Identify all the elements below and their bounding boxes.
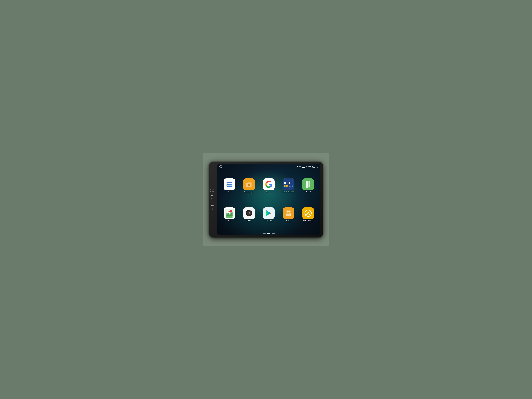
- svg-point-36: [289, 215, 290, 216]
- google-icon: [263, 178, 275, 190]
- page-dots: [217, 233, 320, 234]
- svg-text:next: next: [290, 185, 293, 187]
- svg-point-37: [290, 215, 291, 216]
- car-head-unit: MIC RST ⏻ ⌂ ↩ ◄+ ◄: [209, 162, 323, 237]
- dot-1[interactable]: [262, 233, 266, 234]
- screen: ⌄⌄ ✱ ◎ ▄▄▄ 13:56 ◁: [217, 164, 320, 235]
- svg-text:primo: primo: [284, 185, 290, 187]
- status-bar: ⌄⌄ ✱ ◎ ▄▄▄ 13:56 ◁: [217, 164, 320, 169]
- svg-point-28: [286, 214, 286, 215]
- svg-point-23: [250, 210, 251, 211]
- svg-rect-3: [226, 183, 227, 184]
- svg-rect-4: [226, 185, 227, 186]
- app-dsp[interactable]: DSP: [220, 172, 239, 200]
- svg-point-32: [290, 214, 291, 215]
- recents-icon[interactable]: [312, 166, 315, 168]
- file-manager-icon: [243, 178, 255, 190]
- svg-rect-1: [227, 184, 232, 185]
- app-maps[interactable]: Maps: [220, 201, 239, 228]
- device-body: MIC RST ⏻ ⌂ ↩ ◄+ ◄: [209, 162, 323, 237]
- vol-down-button[interactable]: ◄: [211, 208, 213, 210]
- music-label: Music: [247, 220, 251, 222]
- svg-point-48: [308, 213, 309, 214]
- mic-label: MIC: [210, 189, 214, 190]
- manual-icon: [302, 178, 314, 190]
- svg-point-39: [287, 213, 288, 214]
- play-store-label: Play Store: [265, 220, 272, 222]
- svg-line-46: [306, 214, 307, 215]
- app-setting-wheel[interactable]: SettingWheel: [299, 201, 317, 228]
- radio-label: Radio: [286, 220, 291, 222]
- svg-point-24: [248, 213, 250, 214]
- play-store-icon: [263, 207, 275, 219]
- svg-text:FM: FM: [287, 210, 290, 213]
- location-icon: ◎: [299, 166, 301, 168]
- setting-wheel-icon: [302, 207, 314, 219]
- chevron-down-icon[interactable]: ⌄⌄: [258, 165, 261, 168]
- svg-point-38: [286, 213, 286, 214]
- app-igo[interactable]: iGO primo next gen iGO_P719WDv2: [279, 172, 298, 200]
- signal-icon: ▄▄▄: [302, 166, 304, 167]
- dot-2[interactable]: [267, 233, 270, 234]
- file-manager-label: File manager: [244, 191, 253, 193]
- svg-rect-2: [227, 186, 232, 187]
- svg-point-15: [230, 211, 231, 211]
- igo-label: iGO_P719WDv2: [283, 191, 294, 193]
- maps-label: Maps: [227, 220, 231, 222]
- app-manual[interactable]: Manual: [299, 172, 317, 200]
- svg-point-35: [288, 215, 289, 216]
- google-label: Google: [266, 191, 271, 193]
- bluetooth-icon: ✱: [297, 165, 298, 168]
- back-button[interactable]: ↩: [211, 201, 213, 203]
- svg-point-29: [287, 214, 288, 215]
- svg-point-34: [287, 215, 288, 216]
- status-center: ⌄⌄: [258, 165, 261, 168]
- igo-icon: iGO primo next gen: [283, 178, 294, 190]
- vol-up-button[interactable]: ◄+: [210, 204, 214, 207]
- power-button[interactable]: ⏻: [211, 194, 213, 196]
- dsp-label: DSP: [228, 191, 231, 193]
- dsp-icon: [224, 178, 235, 190]
- svg-point-40: [288, 213, 289, 214]
- app-play-store[interactable]: Play Store: [260, 201, 278, 228]
- setting-wheel-label: SettingWheel: [303, 220, 313, 222]
- svg-point-33: [286, 215, 286, 216]
- music-icon: [243, 207, 255, 219]
- status-right: ✱ ◎ ▄▄▄ 13:56 ◁: [297, 165, 318, 168]
- rst-label: RST: [210, 191, 214, 192]
- radio-icon: FM: [283, 207, 294, 219]
- home-button[interactable]: ⌂: [211, 197, 212, 200]
- dot-3[interactable]: [272, 233, 275, 234]
- app-google[interactable]: Google: [260, 172, 278, 200]
- app-radio[interactable]: FM: [279, 201, 298, 228]
- svg-text:iGO: iGO: [284, 181, 290, 185]
- app-music[interactable]: Music: [240, 201, 258, 228]
- svg-point-30: [288, 214, 289, 215]
- status-time: 13:56: [306, 165, 311, 168]
- svg-line-47: [309, 214, 310, 215]
- svg-point-31: [289, 214, 290, 215]
- svg-text:gen: gen: [289, 187, 291, 189]
- app-file-manager[interactable]: File manager: [240, 172, 258, 200]
- back-nav-icon[interactable]: ◁: [316, 165, 318, 168]
- svg-point-42: [290, 213, 291, 214]
- status-left: [220, 165, 222, 168]
- svg-rect-0: [227, 182, 232, 183]
- app-grid: DSP File manager: [217, 170, 320, 231]
- svg-point-41: [289, 213, 290, 214]
- scene: MIC RST ⏻ ⌂ ↩ ◄+ ◄: [203, 153, 329, 246]
- maps-icon: [224, 207, 235, 219]
- home-circle-icon[interactable]: [220, 165, 222, 168]
- svg-point-7: [248, 184, 250, 186]
- manual-label: Manual: [305, 191, 311, 193]
